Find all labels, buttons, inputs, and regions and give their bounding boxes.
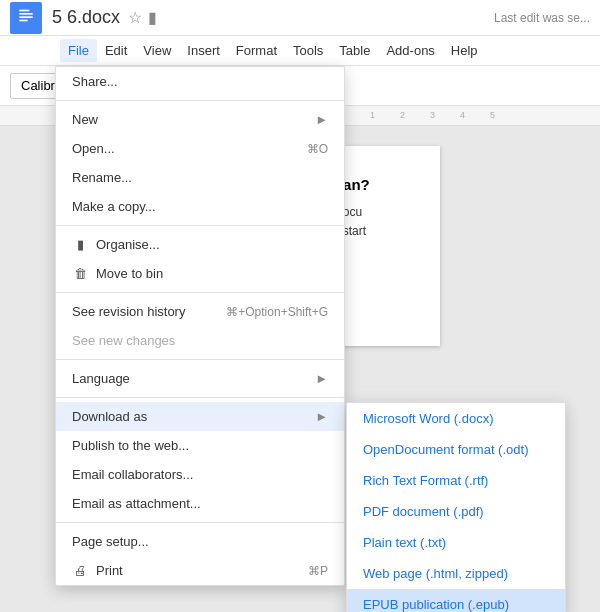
txt-label: Plain text (.txt) [363, 535, 446, 550]
menu-item-revision[interactable]: See revision history ⌘+Option+Shift+G [56, 297, 344, 326]
menu-item-language[interactable]: Language ► [56, 364, 344, 393]
download-submenu: Microsoft Word (.docx) OpenDocument form… [346, 402, 566, 612]
rename-label: Rename... [72, 170, 132, 185]
pagesetup-label: Page setup... [72, 534, 149, 549]
download-label: Download as [72, 409, 147, 424]
share-label: Share... [72, 74, 118, 89]
separator-3 [56, 292, 344, 293]
menu-item-open[interactable]: Open... ⌘O [56, 134, 344, 163]
html-label: Web page (.html, zipped) [363, 566, 508, 581]
open-shortcut: ⌘O [307, 142, 328, 156]
ruler-tick-5: 5 [490, 110, 495, 120]
menu-item-movetobin[interactable]: 🗑 Move to bin [56, 259, 344, 288]
submenu-item-epub[interactable]: EPUB publication (.epub) [347, 589, 565, 612]
submenu-item-rtf[interactable]: Rich Text Format (.rtf) [347, 465, 565, 496]
separator-4 [56, 359, 344, 360]
menu-insert[interactable]: Insert [179, 39, 228, 62]
trash-icon: 🗑 [72, 266, 88, 281]
new-label: New [72, 112, 98, 127]
menu-item-organise[interactable]: ▮ Organise... [56, 230, 344, 259]
menu-tools[interactable]: Tools [285, 39, 331, 62]
menu-item-pagesetup[interactable]: Page setup... [56, 527, 344, 556]
rtf-label: Rich Text Format (.rtf) [363, 473, 488, 488]
movetobin-label: Move to bin [96, 266, 163, 281]
revision-shortcut: ⌘+Option+Shift+G [226, 305, 328, 319]
organise-label: Organise... [96, 237, 160, 252]
app-logo [10, 2, 42, 34]
folder-icon[interactable]: ▮ [148, 8, 157, 27]
folder-left-icon: ▮ [72, 237, 88, 252]
language-label: Language [72, 371, 130, 386]
menu-table[interactable]: Table [331, 39, 378, 62]
arrow-icon-new: ► [315, 112, 328, 127]
menu-item-new[interactable]: New ► [56, 105, 344, 134]
pdf-label: PDF document (.pdf) [363, 504, 484, 519]
ruler-tick-1: 1 [370, 110, 375, 120]
menu-item-publish[interactable]: Publish to the web... [56, 431, 344, 460]
star-icon[interactable]: ☆ [128, 8, 142, 27]
print-shortcut: ⌘P [308, 564, 328, 578]
newchanges-label: See new changes [72, 333, 175, 348]
menu-item-emailcollab[interactable]: Email collaborators... [56, 460, 344, 489]
ruler-tick-2: 2 [400, 110, 405, 120]
arrow-icon-download: ► [315, 409, 328, 424]
menu-item-rename[interactable]: Rename... [56, 163, 344, 192]
emailattach-label: Email as attachment... [72, 496, 201, 511]
separator-1 [56, 100, 344, 101]
ruler-tick-4: 4 [460, 110, 465, 120]
svg-rect-3 [19, 19, 27, 21]
submenu-item-docx[interactable]: Microsoft Word (.docx) [347, 403, 565, 434]
menu-help[interactable]: Help [443, 39, 486, 62]
title-bar: 5 6.docx ☆ ▮ Last edit was se... [0, 0, 600, 36]
menu-item-download[interactable]: Download as ► Microsoft Word (.docx) Ope… [56, 402, 344, 431]
separator-6 [56, 522, 344, 523]
submenu-item-txt[interactable]: Plain text (.txt) [347, 527, 565, 558]
menu-file[interactable]: File [60, 39, 97, 62]
document-filename: 5 6.docx [52, 7, 120, 28]
copy-label: Make a copy... [72, 199, 156, 214]
submenu-item-pdf[interactable]: PDF document (.pdf) [347, 496, 565, 527]
separator-5 [56, 397, 344, 398]
file-dropdown-menu: Share... New ► Open... ⌘O Rename... Make… [55, 66, 345, 586]
arrow-icon-language: ► [315, 371, 328, 386]
separator-2 [56, 225, 344, 226]
publish-label: Publish to the web... [72, 438, 189, 453]
print-label: Print [96, 563, 123, 578]
svg-rect-0 [19, 9, 29, 11]
printer-icon: 🖨 [72, 563, 88, 578]
open-label: Open... [72, 141, 115, 156]
emailcollab-label: Email collaborators... [72, 467, 193, 482]
menu-addons[interactable]: Add-ons [378, 39, 442, 62]
menu-edit[interactable]: Edit [97, 39, 135, 62]
last-edit-text: Last edit was se... [494, 11, 590, 25]
menu-item-print[interactable]: 🖨 Print ⌘P [56, 556, 344, 585]
svg-rect-1 [19, 13, 32, 15]
menu-item-share[interactable]: Share... [56, 67, 344, 96]
menu-bar: File Edit View Insert Format Tools Table… [0, 36, 600, 66]
menu-item-newchanges: See new changes [56, 326, 344, 355]
docx-label: Microsoft Word (.docx) [363, 411, 494, 426]
menu-item-copy[interactable]: Make a copy... [56, 192, 344, 221]
svg-rect-2 [19, 16, 32, 18]
menu-item-emailattach[interactable]: Email as attachment... [56, 489, 344, 518]
menu-format[interactable]: Format [228, 39, 285, 62]
submenu-item-odt[interactable]: OpenDocument format (.odt) [347, 434, 565, 465]
odt-label: OpenDocument format (.odt) [363, 442, 528, 457]
ruler-tick-3: 3 [430, 110, 435, 120]
submenu-item-html[interactable]: Web page (.html, zipped) [347, 558, 565, 589]
menu-view[interactable]: View [135, 39, 179, 62]
epub-label: EPUB publication (.epub) [363, 597, 509, 612]
revision-label: See revision history [72, 304, 185, 319]
